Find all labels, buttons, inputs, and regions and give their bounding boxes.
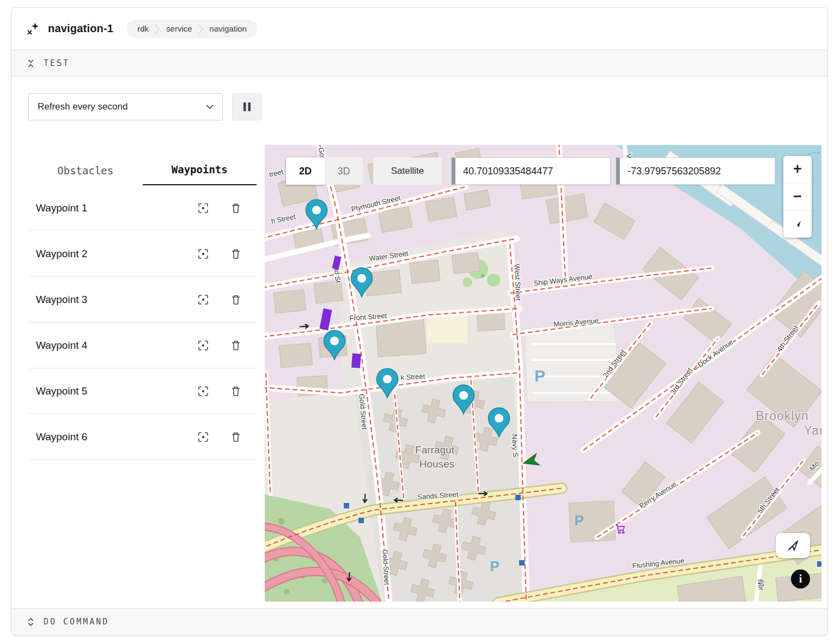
- trash-icon: [229, 202, 242, 215]
- focus-icon: [197, 385, 210, 398]
- waypoints-panel: Obstacles Waypoints Waypoint 1 Waypoint …: [28, 145, 257, 460]
- compass-pointer-button[interactable]: [783, 210, 812, 238]
- waypoint-label: Waypoint 6: [36, 431, 177, 443]
- waypoint-label: Waypoint 4: [36, 339, 177, 351]
- focus-icon: [197, 202, 210, 215]
- trash-icon: [229, 293, 242, 306]
- map-canvas: P P P Plymouth Street Water Street Front…: [265, 145, 821, 602]
- test-section-header[interactable]: TEST: [11, 50, 827, 77]
- parking-icon: P: [534, 367, 545, 385]
- focus-waypoint-button[interactable]: [197, 430, 210, 444]
- map[interactable]: P P P Plymouth Street Water Street Front…: [265, 145, 821, 602]
- breadcrumb-item-service[interactable]: service: [160, 24, 199, 33]
- delete-waypoint-button[interactable]: [229, 385, 242, 398]
- trash-icon: [229, 430, 242, 444]
- waypoint-label: Waypoint 2: [36, 248, 177, 260]
- expand-icon: [27, 618, 35, 626]
- waypoint-row: Waypoint 1: [28, 185, 257, 231]
- obstacle-marker[interactable]: [351, 353, 361, 368]
- trash-icon: [229, 339, 242, 352]
- do-command-label: DO COMMAND: [44, 617, 109, 627]
- do-command-section-header[interactable]: DO COMMAND: [11, 608, 827, 635]
- delete-waypoint-button[interactable]: [229, 247, 242, 260]
- place-label-farragut: Houses: [419, 458, 454, 470]
- waypoint-row: Waypoint 3: [28, 277, 257, 323]
- map-mode-2d-button[interactable]: 2D: [286, 157, 325, 185]
- waypoint-list: Waypoint 1 Waypoint 2 Waypoint 3 Waypoin…: [28, 185, 257, 460]
- refresh-rate-value: Refresh every second: [38, 101, 127, 112]
- zoom-in-button[interactable]: +: [783, 156, 812, 183]
- focus-icon: [197, 293, 210, 306]
- focus-icon: [197, 430, 210, 444]
- focus-icon: [197, 247, 210, 260]
- breadcrumb: rdk service navigation: [126, 20, 258, 38]
- navigation-arrow-icon: [787, 539, 799, 551]
- card-title: navigation-1: [48, 22, 113, 35]
- recenter-button[interactable]: [776, 533, 810, 558]
- card-header: navigation-1 rdk service navigation: [11, 8, 827, 50]
- place-label-brooklyn: Brooklyn: [756, 409, 808, 423]
- delete-waypoint-button[interactable]: [229, 202, 242, 215]
- map-mode-satellite-button[interactable]: Satellite: [373, 157, 442, 185]
- parking-icon: P: [574, 512, 583, 529]
- panel-tabs: Obstacles Waypoints: [28, 145, 257, 185]
- tab-obstacles[interactable]: Obstacles: [28, 145, 143, 185]
- focus-icon: [197, 339, 210, 352]
- pause-icon: [242, 102, 252, 112]
- collapse-icon: [27, 59, 35, 68]
- focus-waypoint-button[interactable]: [197, 293, 210, 306]
- chevron-right-icon: [155, 24, 160, 34]
- waypoint-row: Waypoint 5: [28, 368, 257, 414]
- delete-waypoint-button[interactable]: [229, 430, 242, 444]
- waypoint-label: Waypoint 3: [36, 294, 177, 306]
- trash-icon: [229, 385, 242, 398]
- waypoint-row: Waypoint 6: [28, 414, 257, 460]
- waypoint-row: Waypoint 4: [28, 323, 257, 368]
- navigation-card: navigation-1 rdk service navigation TEST…: [11, 7, 828, 636]
- tab-waypoints[interactable]: Waypoints: [143, 145, 257, 185]
- map-info-button[interactable]: i: [791, 569, 810, 589]
- refresh-controls: Refresh every second: [11, 77, 827, 145]
- map-mode-3d-button[interactable]: 3D: [325, 157, 363, 185]
- pause-button[interactable]: [232, 93, 261, 120]
- waypoint-row: Waypoint 2: [28, 231, 257, 277]
- map-zoom-control: + −: [783, 156, 812, 238]
- focus-waypoint-button[interactable]: [197, 385, 210, 398]
- breadcrumb-item-navigation[interactable]: navigation: [203, 24, 253, 33]
- breadcrumb-item-rdk[interactable]: rdk: [131, 24, 155, 33]
- longitude-input[interactable]: [616, 157, 775, 185]
- street-label: Go: [317, 147, 327, 157]
- trash-icon: [229, 247, 242, 260]
- place-label-farragut: Farragut: [415, 444, 455, 456]
- chevron-right-icon: [199, 24, 203, 34]
- place-label-yard: Yar: [804, 423, 821, 438]
- main-content: Obstacles Waypoints Waypoint 1 Waypoint …: [11, 145, 827, 602]
- street-label: Navy S: [510, 434, 520, 457]
- latitude-input[interactable]: [452, 157, 611, 185]
- parking-icon: P: [490, 558, 499, 574]
- waypoint-label: Waypoint 1: [36, 202, 177, 214]
- street-label: k Street: [400, 372, 425, 381]
- zoom-out-button[interactable]: −: [783, 183, 812, 210]
- chevron-down-icon: [206, 105, 214, 110]
- delete-waypoint-button[interactable]: [229, 339, 242, 352]
- waypoint-label: Waypoint 5: [36, 385, 177, 397]
- focus-waypoint-button[interactable]: [197, 339, 210, 352]
- refresh-rate-select[interactable]: Refresh every second: [28, 93, 223, 120]
- focus-waypoint-button[interactable]: [197, 247, 210, 260]
- street-label: West Street: [513, 264, 522, 301]
- cursor-arrow-icon: [793, 219, 802, 229]
- navigation-service-icon: [26, 21, 40, 36]
- delete-waypoint-button[interactable]: [229, 293, 242, 306]
- test-section-label: TEST: [44, 58, 70, 68]
- focus-waypoint-button[interactable]: [197, 202, 210, 215]
